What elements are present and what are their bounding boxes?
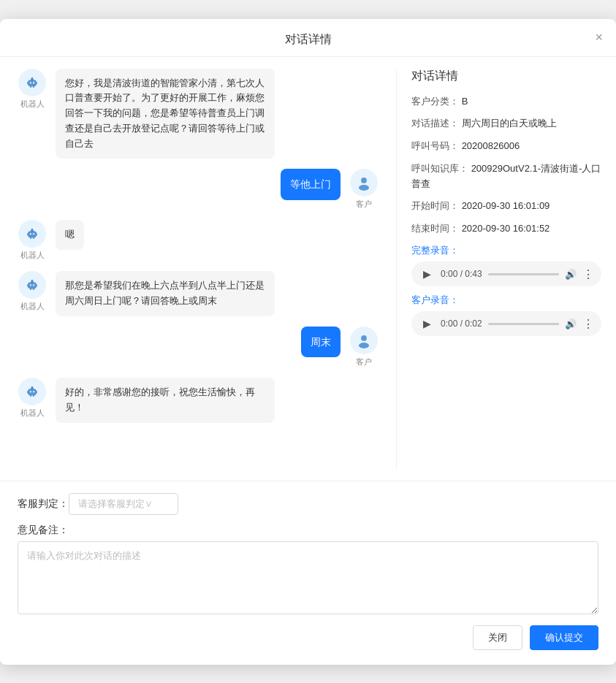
avatar-label: 机器人 — [20, 99, 45, 110]
svg-rect-37 — [28, 389, 37, 395]
svg-point-34 — [361, 335, 367, 341]
svg-rect-3 — [33, 82, 34, 83]
detail-panel: 对话详情 客户分类： B 对话描述： 周六周日的白天或晚上 呼叫号码： 2020… — [397, 69, 601, 469]
svg-rect-39 — [33, 391, 34, 392]
svg-rect-44 — [30, 395, 31, 397]
chat-bubble: 嗯 — [56, 220, 84, 250]
svg-rect-38 — [30, 391, 31, 392]
modal-footer: 客服判定： 请选择客服判定∨ 意见备注： 关闭 确认提交 — [0, 481, 616, 665]
avatar — [350, 169, 378, 196]
avatar-label: 客户 — [356, 356, 372, 367]
full-audio-progress[interactable] — [488, 273, 559, 275]
svg-rect-14 — [28, 232, 37, 237]
detail-row-desc: 对话描述： 周六周日的白天或晚上 — [411, 116, 601, 131]
avatar — [18, 378, 46, 405]
chat-message: 机器人您好，我是清波街道的智能管家小清，第七次人口普查要开始了。为了更好的开展工… — [15, 69, 381, 159]
modal-title: 对话详情 — [285, 32, 332, 47]
detail-row-start: 开始时间： 2020-09-30 16:01:09 — [411, 199, 601, 214]
chat-panel: 机器人您好，我是清波街道的智能管家小清，第七次人口普查要开始了。为了更好的开展工… — [15, 69, 397, 469]
svg-rect-6 — [27, 82, 28, 84]
close-button[interactable]: 关闭 — [473, 625, 522, 650]
svg-rect-21 — [30, 237, 31, 239]
modal-header: 对话详情 × — [0, 19, 616, 57]
full-audio-time: 0:00 / 0:43 — [441, 269, 482, 279]
customer-audio-label[interactable]: 客户录音： — [411, 294, 601, 307]
svg-rect-22 — [33, 237, 34, 239]
avatar-label: 机器人 — [20, 301, 45, 312]
full-audio-play-btn[interactable]: ▶ — [419, 266, 435, 282]
modal-body: 机器人您好，我是清波街道的智能管家小清，第七次人口普查要开始了。为了更好的开展工… — [0, 57, 616, 481]
chat-bubble: 那您是希望我们在晚上六点半到八点半上门还是周六周日上门呢？请回答晚上或周末 — [56, 271, 275, 316]
avatar-wrap: 机器人 — [15, 378, 50, 419]
svg-rect-1 — [28, 80, 37, 85]
avatar-wrap: 客户 — [346, 169, 381, 210]
avatar-label: 机器人 — [20, 408, 45, 419]
svg-rect-7 — [36, 82, 37, 84]
avatar — [18, 271, 46, 299]
svg-rect-15 — [30, 234, 31, 235]
svg-rect-24 — [28, 283, 37, 289]
detail-row-category: 客户分类： B — [411, 94, 601, 110]
svg-rect-42 — [27, 391, 28, 393]
customer-audio-volume-icon[interactable]: 🔊 — [565, 318, 577, 329]
svg-point-5 — [31, 77, 33, 78]
svg-point-35 — [359, 343, 369, 348]
svg-rect-8 — [30, 85, 31, 87]
svg-point-41 — [31, 386, 33, 388]
svg-rect-26 — [33, 285, 34, 286]
dialog-modal: 对话详情 × 机器人您好，我是清波街道的智能管家小清，第七次人口普查要开始了。为… — [0, 19, 616, 665]
svg-rect-45 — [33, 395, 34, 397]
svg-rect-9 — [33, 85, 34, 87]
svg-rect-31 — [30, 289, 31, 290]
avatar — [350, 327, 378, 354]
svg-rect-27 — [31, 281, 33, 283]
customer-audio-time: 0:00 / 0:02 — [441, 318, 482, 329]
avatar-label: 机器人 — [20, 250, 45, 261]
svg-rect-19 — [27, 234, 28, 236]
customer-audio-progress[interactable] — [488, 323, 559, 325]
chat-bubble: 您好，我是清波街道的智能管家小清，第七次人口普查要开始了。为了更好的开展工作，麻… — [56, 69, 275, 159]
svg-rect-40 — [31, 388, 33, 389]
avatar-label: 客户 — [356, 199, 372, 210]
detail-title: 对话详情 — [411, 69, 601, 84]
chat-bubble: 好的，非常感谢您的接听，祝您生活愉快，再见！ — [56, 378, 275, 423]
svg-rect-25 — [30, 285, 31, 286]
full-audio-label[interactable]: 完整录音： — [411, 244, 601, 257]
close-icon[interactable]: × — [595, 31, 603, 44]
svg-rect-17 — [31, 230, 33, 232]
full-audio-volume-icon[interactable]: 🔊 — [565, 269, 577, 280]
svg-point-11 — [361, 178, 367, 183]
svg-rect-30 — [36, 285, 37, 287]
svg-point-28 — [31, 280, 33, 281]
svg-rect-43 — [36, 391, 37, 393]
detail-row-end: 结束时间： 2020-09-30 16:01:52 — [411, 221, 601, 237]
svg-point-12 — [359, 186, 369, 191]
chat-message: 客户周末 — [15, 327, 381, 367]
chat-message: 客户等他上门 — [15, 169, 381, 210]
customer-audio-more-icon[interactable]: ⋮ — [582, 317, 594, 331]
avatar-wrap: 客户 — [346, 327, 381, 367]
avatar-wrap: 机器人 — [15, 220, 50, 261]
submit-button[interactable]: 确认提交 — [530, 625, 598, 650]
svg-rect-20 — [36, 234, 37, 236]
judge-placeholder: 请选择客服判定∨ — [78, 497, 153, 511]
chat-message: 机器人那您是希望我们在晚上六点半到八点半上门还是周六周日上门呢？请回答晚上或周末 — [15, 271, 381, 316]
avatar — [18, 69, 46, 96]
comment-textarea[interactable] — [18, 541, 598, 614]
avatar-wrap: 机器人 — [15, 69, 50, 110]
full-audio-more-icon[interactable]: ⋮ — [582, 267, 594, 281]
chat-message: 机器人嗯 — [15, 220, 381, 261]
svg-point-18 — [31, 229, 33, 230]
customer-audio-player: ▶ 0:00 / 0:02 🔊 ⋮ — [411, 311, 601, 336]
chat-bubble: 等他上门 — [281, 169, 341, 199]
svg-rect-32 — [33, 289, 34, 290]
comment-label: 意见备注： — [18, 524, 598, 537]
svg-rect-4 — [31, 78, 33, 80]
judge-row: 客服判定： 请选择客服判定∨ — [18, 493, 598, 515]
customer-audio-play-btn[interactable]: ▶ — [419, 316, 435, 332]
comment-section: 意见备注： — [18, 524, 598, 617]
chat-message: 机器人好的，非常感谢您的接听，祝您生活愉快，再见！ — [15, 378, 381, 423]
judge-select[interactable]: 请选择客服判定∨ — [69, 493, 178, 515]
full-audio-player: ▶ 0:00 / 0:43 🔊 ⋮ — [411, 262, 601, 286]
detail-row-kb: 呼叫知识库： 200929OutV2.1-清波街道-人口普查 — [411, 161, 601, 192]
